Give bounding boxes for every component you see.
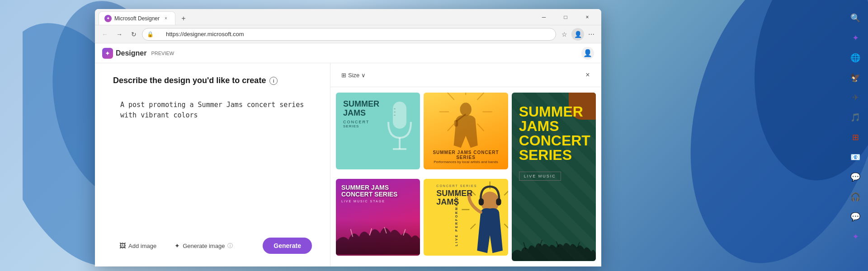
browser-tab[interactable]: ✦ Microsoft Designer × — [99, 11, 175, 25]
forward-button[interactable]: → — [113, 28, 126, 41]
card-3-text: SUMMERJAMSCONCERTSERIES — [519, 104, 589, 162]
spotify-button[interactable]: 🎧 — [846, 188, 864, 206]
left-panel: Describe the design you'd like to create… — [95, 63, 330, 266]
generate-button[interactable]: Generate — [263, 238, 312, 254]
browser-window: ✦ Microsoft Designer × + ─ □ × ← → ↻ 🔒 h… — [95, 9, 601, 266]
size-icon: ⊞ — [341, 72, 346, 79]
skype-button[interactable]: 💬 — [846, 168, 864, 186]
header-right: 👤 — [581, 47, 594, 60]
size-selector[interactable]: ⊞ Size ∨ — [338, 70, 369, 80]
maximize-button[interactable]: □ — [555, 10, 576, 24]
designer-sidebar-button[interactable]: ✦ — [846, 228, 864, 246]
app-name: Designer — [116, 49, 146, 57]
designer-logo: ✦ Designer PREVIEW — [102, 48, 174, 59]
generate-image-icon: ✦ — [175, 242, 180, 249]
title-bar: ✦ Microsoft Designer × + ─ □ × — [95, 9, 601, 25]
minimize-button[interactable]: ─ — [533, 10, 554, 24]
copilot-button[interactable]: ✦ — [846, 29, 864, 47]
close-button[interactable]: × — [577, 10, 598, 24]
card-2-title: SUMMER JAMS CONCERT SERIES — [429, 150, 502, 160]
svg-line-11 — [477, 93, 484, 100]
svg-line-29 — [504, 190, 508, 195]
generate-image-info: ⓘ — [227, 242, 233, 250]
card-1-subtitle: CONCERT — [343, 120, 413, 124]
describe-title: Describe the design you'd like to create… — [113, 76, 312, 85]
tab-area: ✦ Microsoft Designer × + — [99, 9, 533, 25]
card-3-label-box: LIVE MUSIC — [519, 172, 561, 181]
card-5-title: SUMMERJAMS — [436, 189, 502, 207]
designs-grid: SUMMERJAMS CONCERT SERIES — [330, 87, 601, 266]
designer-logo-icon: ✦ — [102, 48, 113, 59]
card-3-label: LIVE MUSIC — [519, 171, 589, 181]
designer-header: ✦ Designer PREVIEW 👤 — [95, 43, 601, 63]
chevron-down-icon: ∨ — [361, 72, 366, 79]
card-2-sub: Performances by local artists and bands — [429, 160, 502, 164]
main-content: Describe the design you'd like to create… — [95, 63, 601, 266]
add-image-icon: 🖼 — [119, 242, 126, 249]
url-text: https://designer.microsoft.com — [157, 31, 244, 37]
browser-actions: ☆ 👤 ⋯ — [558, 28, 598, 41]
preview-badge: PREVIEW — [151, 51, 174, 56]
right-sidebar: 🔍 ✦ 🌐 🦅 ✈ 🎵 ⊞ 📧 💬 🎧 💬 ✦ — [843, 9, 868, 246]
card-5-sub: CONCERT SERIES — [436, 184, 502, 187]
browser-content: ✦ Designer PREVIEW 👤 Describe the design… — [95, 43, 601, 266]
tab-close-button[interactable]: × — [162, 15, 170, 22]
card-1-title: SUMMERJAMS — [343, 100, 413, 118]
svg-line-31 — [504, 224, 508, 229]
design-card-4[interactable]: SUMMER JAMSCONCERT SERIES LIVE MUSIC STA… — [336, 179, 420, 256]
svg-line-16 — [448, 124, 454, 131]
card-4-text: SUMMER JAMSCONCERT SERIES LIVE MUSIC STA… — [341, 184, 415, 203]
tab-favicon: ✦ — [104, 15, 112, 22]
card-1-sub2: SERIES — [343, 124, 413, 128]
crowd-graphic — [336, 220, 420, 256]
card-3-main-title: SUMMERJAMSCONCERTSERIES — [519, 104, 589, 162]
card-4-title: SUMMER JAMSCONCERT SERIES — [341, 184, 415, 198]
back-button[interactable]: ← — [99, 28, 111, 41]
generate-image-button[interactable]: ✦ Generate image ⓘ — [168, 238, 239, 253]
prompt-input[interactable]: A post promoting a Summer Jams concert s… — [113, 93, 312, 225]
design-card-2[interactable]: SUMMER JAMS CONCERT SERIES Performances … — [424, 93, 508, 169]
music-button[interactable]: 🎵 — [846, 108, 864, 126]
design-card-5[interactable]: LIVE PERFORMANCES CONCERT SERIES SUMMERJ… — [424, 179, 508, 256]
address-input[interactable]: 🔒 https://designer.microsoft.com — [142, 28, 556, 41]
lock-icon: 🔒 — [147, 31, 154, 37]
card-4-sub: LIVE MUSIC STAGE — [341, 200, 415, 203]
svg-rect-19 — [454, 120, 458, 127]
user-profile-button[interactable]: 👤 — [581, 47, 594, 60]
more-options-button[interactable]: ⋯ — [585, 28, 598, 41]
favorites-icon[interactable]: ☆ — [558, 28, 571, 41]
window-controls: ─ □ × — [533, 10, 598, 24]
messenger-button[interactable]: 💬 — [846, 208, 864, 226]
profile-button[interactable]: 👤 — [571, 28, 584, 41]
svg-line-13 — [477, 124, 484, 131]
svg-point-2 — [660, 0, 868, 271]
office-button[interactable]: ⊞ — [846, 128, 864, 146]
svg-line-14 — [448, 93, 454, 100]
svg-point-17 — [460, 103, 472, 116]
design-card-1[interactable]: SUMMERJAMS CONCERT SERIES — [336, 93, 420, 169]
info-icon[interactable]: i — [269, 77, 278, 85]
design-card-3[interactable]: SUMMERJAMSCONCERTSERIES LIVE MUSIC — [512, 93, 596, 261]
bing-button[interactable]: 🌐 — [846, 49, 864, 67]
address-bar: ← → ↻ 🔒 https://designer.microsoft.com ☆… — [95, 25, 601, 43]
panel-header: ⊞ Size ∨ × — [330, 63, 601, 87]
bottom-actions: 🖼 Add image ✦ Generate image ⓘ Generate — [113, 232, 312, 254]
add-image-button[interactable]: 🖼 Add image — [113, 238, 163, 253]
crowd-silhouette — [512, 238, 596, 261]
panel-close-button[interactable]: × — [581, 69, 594, 81]
card-4-crowd — [336, 220, 420, 256]
right-panel: ⊞ Size ∨ × SUMMERJAMS CONCERT SERIES — [330, 63, 601, 266]
card-2-text: SUMMER JAMS CONCERT SERIES Performances … — [429, 150, 502, 164]
search-button[interactable]: 🔍 — [846, 9, 864, 27]
refresh-button[interactable]: ↻ — [127, 28, 140, 41]
outlook-button[interactable]: 📧 — [846, 148, 864, 166]
card-1-text: SUMMERJAMS CONCERT SERIES — [343, 100, 413, 128]
svg-line-34 — [470, 224, 475, 229]
card-5-content: CONCERT SERIES SUMMERJAMS — [436, 184, 502, 207]
collections-button[interactable]: 🦅 — [846, 69, 864, 87]
extensions-button[interactable]: ✈ — [846, 89, 864, 107]
new-tab-button[interactable]: + — [177, 12, 190, 25]
tab-title: Microsoft Designer — [114, 15, 160, 22]
